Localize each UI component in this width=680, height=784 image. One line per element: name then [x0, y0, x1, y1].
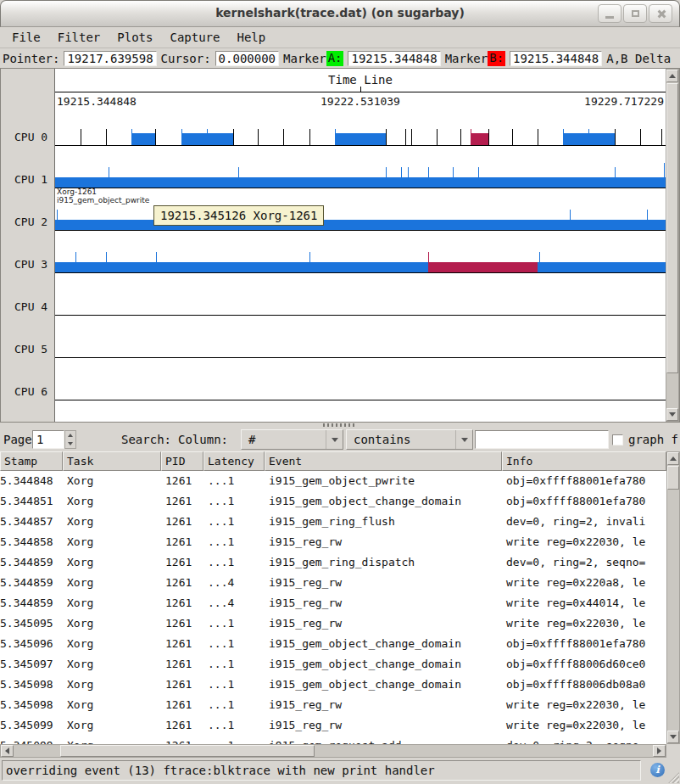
table-row[interactable]: 5.345098Xorg1261...1i915_reg_rwwrite reg… [0, 695, 666, 715]
cpu-row-0[interactable] [55, 112, 666, 146]
event-tick [647, 210, 648, 230]
table-row[interactable]: 5.345097Xorg1261...1i915_gem_object_chan… [0, 654, 666, 675]
cpu-row-6[interactable] [55, 367, 666, 400]
page-spinner[interactable]: 1 [32, 430, 64, 449]
graph-follows-checkbox[interactable] [612, 434, 623, 445]
cpu-row-1[interactable] [55, 154, 666, 188]
menu-filter[interactable]: Filter [49, 28, 109, 47]
table-horizontal-scrollbar[interactable] [0, 744, 666, 758]
resize-grip[interactable] [668, 772, 679, 783]
cell-event: i915_gem_object_change_domain [265, 491, 502, 512]
scroll-left-button[interactable] [1, 745, 14, 757]
event-tick [408, 167, 409, 188]
cpu-row-4[interactable] [55, 282, 666, 316]
event-tick [57, 210, 58, 230]
scroll-up-button[interactable] [666, 70, 678, 82]
table-row[interactable]: 5.345099Xorg1261...1i915_gem_request_add… [0, 736, 666, 744]
column-select[interactable]: # [241, 429, 343, 450]
task-bar [55, 262, 666, 272]
cell-info: write reg=0x220a8, le [502, 573, 666, 593]
minimize-button[interactable] [598, 4, 621, 23]
scroll-up-button[interactable] [667, 452, 679, 465]
table-row[interactable]: 5.344858Xorg1261...1i915_reg_rwwrite reg… [0, 532, 666, 552]
event-tick [155, 129, 156, 145]
spinner-down-button[interactable] [65, 440, 75, 448]
task-bar-segment [131, 133, 155, 145]
event-tick [539, 252, 540, 272]
cell-info: obj=0xffff88001efa780 [502, 634, 666, 654]
column-header-pid[interactable]: PID [161, 451, 203, 471]
cell-stamp: 5.344848 [0, 471, 63, 491]
column-header-event[interactable]: Event [265, 451, 502, 471]
column-header-info[interactable]: Info [502, 451, 666, 471]
cpu-row-3[interactable] [55, 239, 666, 273]
close-button[interactable] [649, 4, 672, 23]
maximize-button[interactable] [623, 4, 647, 23]
column-header-task[interactable]: Task [63, 451, 161, 471]
cell-latency: ...1 [203, 512, 265, 532]
event-table: 5.344848Xorg1261...1i915_gem_object_pwri… [0, 471, 666, 744]
arrow-left-icon [5, 748, 9, 754]
table-row[interactable]: 5.345096Xorg1261...1i915_gem_object_chan… [0, 634, 666, 654]
info-icon[interactable]: i [650, 763, 665, 777]
cell-task: Xorg [63, 593, 161, 613]
time-axis-center-tick [360, 87, 361, 92]
table-row[interactable]: 5.344848Xorg1261...1i915_gem_object_pwri… [0, 471, 666, 491]
event-tick [181, 129, 182, 145]
cell-task: Xorg [63, 552, 161, 573]
cpu-row-5[interactable] [55, 324, 666, 358]
search-input[interactable] [475, 430, 609, 449]
hscroll-thumb[interactable] [60, 745, 315, 757]
menu-file[interactable]: File [3, 28, 49, 47]
event-tick [156, 252, 157, 272]
cell-stamp: 5.344857 [0, 512, 63, 532]
table-vertical-scrollbar[interactable] [666, 451, 680, 744]
menu-help[interactable]: Help [228, 28, 274, 47]
cell-pid: 1261 [161, 573, 203, 593]
cpu-label-0: CPU 0 [3, 131, 54, 144]
table-row[interactable]: 5.345098Xorg1261...1i915_gem_object_chan… [0, 675, 666, 695]
cell-pid: 1261 [161, 552, 203, 573]
marker-a-label: Marker [283, 52, 326, 65]
column-header-stamp[interactable]: Stamp [0, 451, 63, 471]
event-tick [233, 129, 234, 145]
table-row[interactable]: 5.344859Xorg1261...4i915_reg_rwwrite reg… [0, 573, 666, 593]
menu-capture[interactable]: Capture [161, 28, 228, 47]
cell-stamp: 5.345098 [0, 695, 63, 715]
search-label: Search: [121, 433, 171, 446]
table-scroll-thumb[interactable] [667, 466, 679, 490]
event-tick [109, 167, 109, 188]
event-tick [437, 129, 438, 145]
table-row[interactable]: 5.344859Xorg1261...1i915_gem_ring_dispat… [0, 552, 666, 573]
event-tick [512, 129, 513, 145]
hover-task-name-label: Xorg-1261 [57, 188, 97, 196]
marker-a-badge: A: [326, 51, 344, 66]
graph-vertical-scrollbar[interactable] [666, 69, 679, 422]
table-row[interactable]: 5.344857Xorg1261...1i915_gem_ring_flushd… [0, 512, 666, 532]
table-row[interactable]: 5.344859Xorg1261...4i915_reg_rwwrite reg… [0, 593, 666, 613]
event-tick [106, 252, 107, 272]
cell-latency: ...1 [203, 491, 265, 512]
arrow-right-icon [657, 748, 661, 754]
search-bar: Page 1 Search: Column: # contains graph … [0, 428, 680, 451]
cell-latency: ...1 [203, 715, 265, 736]
event-tick [661, 129, 662, 145]
table-row[interactable]: 5.345099Xorg1261...1i915_reg_rwwrite reg… [0, 715, 666, 736]
column-header-latency[interactable]: Latency [203, 451, 265, 471]
scroll-right-button[interactable] [653, 745, 666, 757]
cell-info: obj=0xffff88001efa780 [502, 471, 666, 491]
cell-stamp: 5.345096 [0, 634, 63, 654]
scroll-down-button[interactable] [667, 731, 679, 743]
event-tick [335, 129, 336, 145]
table-row[interactable]: 5.345095Xorg1261...1i915_reg_rwwrite reg… [0, 613, 666, 634]
menu-plots[interactable]: Plots [109, 28, 161, 47]
cell-stamp: 5.344859 [0, 552, 63, 573]
match-select[interactable]: contains [346, 429, 473, 450]
timeline-canvas[interactable]: Time Line 19215.344848 19222.531039 1922… [54, 69, 666, 422]
marker-bar: Pointer: 19217.639598 Cursor: 0.000000 M… [0, 48, 680, 68]
cpu-label-gutter: CPU 0CPU 1CPU 2CPU 3CPU 4CPU 5CPU 6 [1, 69, 54, 422]
spinner-up-button[interactable] [65, 431, 75, 440]
graph-scroll-thumb[interactable] [666, 83, 678, 373]
table-row[interactable]: 5.344851Xorg1261...1i915_gem_object_chan… [0, 491, 666, 512]
scroll-down-button[interactable] [666, 408, 678, 421]
